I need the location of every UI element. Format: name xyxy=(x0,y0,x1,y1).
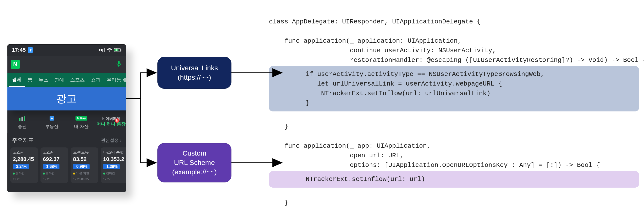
tab-economy[interactable]: 경제 xyxy=(9,73,25,87)
tab-2[interactable]: 뉴스 xyxy=(36,77,51,83)
highlight-universal-link: if userActivity.activityType == NSUserAc… xyxy=(269,66,639,111)
code-line: options: [UIApplication.OpenURLOptionsKe… xyxy=(269,162,600,169)
tab-5[interactable]: 쇼핑 xyxy=(88,77,104,83)
code-line: func application(_ application: UIApplic… xyxy=(269,37,462,45)
code-line: func application(_ app: UIApplication, xyxy=(269,142,430,150)
naver-logo: N xyxy=(11,60,20,69)
bubble-line: Custom xyxy=(182,149,206,158)
quick-top: 네이버페이 xyxy=(96,116,126,121)
card-brent[interactable]: 브렌트유 83.52 -0.96% 10분 지연 12.26 08:35 xyxy=(70,147,98,183)
card-kosdaq[interactable]: 코스닥 692.37 -1.68% 장마감 12.26 xyxy=(40,147,68,183)
location-icon xyxy=(28,47,33,53)
highlight-custom-scheme: NTrackerExt.setInflow(url: url) xyxy=(269,171,639,188)
code-line: restorationHandler: @escaping ([UIUserAc… xyxy=(269,56,644,64)
tab-3[interactable]: 연예 xyxy=(51,77,67,83)
code-block: class AppDelegate: UIResponder, UIApplic… xyxy=(269,7,639,213)
card-kospi[interactable]: 코스피 2,280.45 -2.24% 장마감 12.26 xyxy=(10,147,38,183)
bubble-line: (example://~~) xyxy=(172,167,217,177)
code-line: class AppDelegate: UIResponder, UIApplic… xyxy=(269,18,481,25)
code-line: open url: URL, xyxy=(269,152,404,159)
svg-rect-3 xyxy=(19,118,20,121)
code-line: } xyxy=(269,199,288,207)
badge-n: N xyxy=(115,118,120,123)
bubble-line: (https://~~) xyxy=(178,73,211,82)
bubble-line: URL Scheme xyxy=(174,158,215,167)
quick-row: 증권 부동산 N Pay 내 자산 N 네이버페이 머니 하나 통장 xyxy=(8,110,126,133)
quick-label: 내 자산 xyxy=(66,124,96,129)
svg-rect-2 xyxy=(121,49,122,51)
code-line: } xyxy=(269,123,288,130)
tab-1[interactable]: 뿜 xyxy=(25,77,36,83)
quick-realestate[interactable]: 부동산 xyxy=(37,114,66,129)
npay-icon: N Pay xyxy=(66,114,96,123)
svg-rect-4 xyxy=(22,117,23,121)
custom-url-scheme-bubble: Custom URL Scheme (example://~~) xyxy=(158,143,232,183)
quick-label: 부동산 xyxy=(37,124,66,129)
bars-icon xyxy=(8,114,37,123)
search-bar[interactable]: N xyxy=(8,56,126,73)
tab-4[interactable]: 스포츠 xyxy=(67,77,88,83)
universal-links-bubble: Universal Links (https://~~) xyxy=(158,57,232,89)
house-icon xyxy=(37,114,66,123)
indicator-cards: 코스피 2,280.45 -2.24% 장마감 12.26 코스닥 692.37… xyxy=(8,147,126,183)
indicators-header: 주요지표 관심설정 › xyxy=(8,133,126,147)
phone-status-bar: 17:45 ••ıl xyxy=(8,44,126,56)
phone-mockup: 17:45 ••ıl N 경제 뿜 뉴스 연예 스포츠 쇼핑 우리동네 ⇄ xyxy=(8,44,126,192)
quick-myassets[interactable]: N Pay 내 자산 xyxy=(66,114,96,129)
quick-stocks[interactable]: 증권 xyxy=(8,114,37,129)
card-nasdaq[interactable]: 나스닥 종합 10,353.2 -1.38% 장마감 12.27 xyxy=(101,147,126,183)
quick-naverpay-promo[interactable]: N 네이버페이 머니 하나 통장 xyxy=(96,116,126,127)
quick-label: 증권 xyxy=(8,124,37,129)
tab-6[interactable]: 우리동네 xyxy=(104,77,126,83)
section-settings[interactable]: 관심설정 › xyxy=(101,137,122,143)
bubble-line: Universal Links xyxy=(171,63,218,73)
quick-label: 머니 하나 통장 xyxy=(96,121,126,127)
phone-status-right: ••ıl xyxy=(99,47,122,53)
section-title: 주요지표 xyxy=(12,137,34,144)
ad-banner[interactable]: 광고 xyxy=(8,87,126,110)
svg-rect-5 xyxy=(24,116,25,121)
phone-time: 17:45 xyxy=(12,47,26,53)
mic-icon[interactable] xyxy=(115,60,122,68)
code-line: continue userActivity: NSUserActivity, xyxy=(269,47,496,54)
category-tabs[interactable]: 경제 뿜 뉴스 연예 스포츠 쇼핑 우리동네 ⇄ xyxy=(8,73,126,87)
